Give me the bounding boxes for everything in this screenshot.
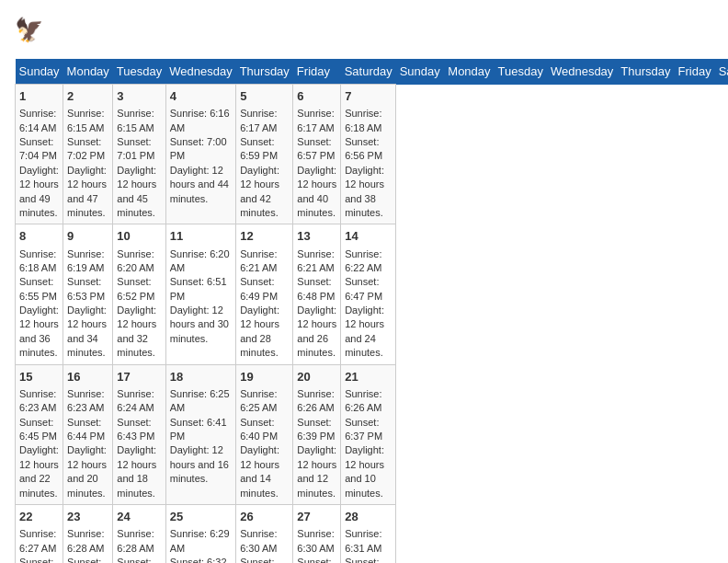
calendar-cell: 19Sunrise: 6:25 AMSunset: 6:40 PMDayligh… — [236, 364, 293, 504]
sunset-time: Sunset: 7:01 PM — [117, 136, 154, 161]
sunset-time: Sunset: 7:00 PM — [170, 136, 227, 161]
calendar-week-1: 1Sunrise: 6:14 AMSunset: 7:04 PMDaylight… — [16, 85, 729, 224]
sunrise-time: Sunrise: 6:24 AM — [117, 388, 154, 413]
day-number: 24 — [117, 509, 161, 525]
calendar-week-4: 22Sunrise: 6:27 AMSunset: 6:36 PMDayligh… — [16, 504, 729, 563]
daylight-hours: Daylight: 12 hours and 20 minutes. — [67, 444, 107, 498]
logo-icon: 🦅 — [15, 15, 48, 48]
day-number: 8 — [19, 228, 59, 245]
calendar-cell: 26Sunrise: 6:30 AMSunset: 6:31 PMDayligh… — [236, 504, 293, 563]
sunrise-time: Sunrise: 6:28 AM — [67, 528, 104, 553]
sunrise-time: Sunrise: 6:17 AM — [297, 108, 334, 132]
calendar-cell: 24Sunrise: 6:28 AMSunset: 6:33 PMDayligh… — [113, 504, 165, 563]
sunset-time: Sunset: 6:40 PM — [240, 417, 278, 442]
sunrise-time: Sunrise: 6:26 AM — [297, 388, 334, 413]
calendar-cell: 11Sunrise: 6:20 AMSunset: 6:51 PMDayligh… — [165, 224, 235, 364]
sunrise-time: Sunrise: 6:31 AM — [345, 528, 381, 553]
day-number: 12 — [240, 228, 289, 245]
calendar-cell: 21Sunrise: 6:26 AMSunset: 6:37 PMDayligh… — [341, 364, 396, 504]
day-number: 11 — [170, 228, 232, 245]
sunrise-time: Sunrise: 6:16 AM — [170, 108, 230, 132]
daylight-hours: Daylight: 12 hours and 47 minutes. — [67, 165, 107, 218]
calendar-week-2: 8Sunrise: 6:18 AMSunset: 6:55 PMDaylight… — [16, 224, 729, 364]
sunrise-time: Sunrise: 6:29 AM — [170, 528, 230, 553]
calendar-header-row: SundayMondayTuesdayWednesdayThursdayFrid… — [16, 59, 729, 85]
day-number: 4 — [170, 88, 232, 105]
daylight-hours: Daylight: 12 hours and 28 minutes. — [240, 304, 279, 358]
sunrise-time: Sunrise: 6:28 AM — [117, 528, 154, 553]
day-header-saturday: Saturday — [715, 59, 728, 85]
calendar-cell: 12Sunrise: 6:21 AMSunset: 6:49 PMDayligh… — [236, 224, 293, 364]
sunrise-time: Sunrise: 6:20 AM — [117, 248, 154, 273]
day-number: 13 — [297, 228, 336, 245]
sunset-time: Sunset: 6:57 PM — [297, 136, 335, 161]
day-number: 5 — [240, 88, 289, 105]
calendar-cell: 27Sunrise: 6:30 AMSunset: 6:29 PMDayligh… — [293, 504, 341, 563]
daylight-hours: Daylight: 12 hours and 16 minutes. — [170, 444, 229, 484]
sunrise-time: Sunrise: 6:23 AM — [19, 388, 56, 413]
sunrise-time: Sunrise: 6:18 AM — [19, 248, 56, 273]
sunrise-time: Sunrise: 6:27 AM — [19, 528, 56, 553]
sunset-time: Sunset: 6:43 PM — [117, 417, 154, 442]
sunset-time: Sunset: 6:32 PM — [170, 557, 227, 563]
calendar-cell: 8Sunrise: 6:18 AMSunset: 6:55 PMDaylight… — [16, 224, 63, 364]
day-number: 25 — [170, 509, 232, 525]
sunset-time: Sunset: 7:04 PM — [19, 136, 57, 161]
day-header-saturday: Saturday — [341, 59, 396, 85]
sunset-time: Sunset: 7:02 PM — [67, 136, 105, 161]
calendar-cell: 10Sunrise: 6:20 AMSunset: 6:52 PMDayligh… — [113, 224, 165, 364]
day-number: 27 — [297, 509, 336, 525]
day-header-tuesday: Tuesday — [495, 59, 547, 85]
day-header-friday: Friday — [293, 59, 341, 85]
day-number: 1 — [19, 88, 59, 105]
sunrise-time: Sunrise: 6:20 AM — [170, 248, 230, 273]
daylight-hours: Daylight: 12 hours and 14 minutes. — [240, 444, 279, 498]
daylight-hours: Daylight: 12 hours and 44 minutes. — [170, 165, 229, 204]
sunrise-time: Sunrise: 6:23 AM — [67, 388, 104, 413]
sunrise-time: Sunrise: 6:21 AM — [297, 248, 334, 273]
calendar-cell: 23Sunrise: 6:28 AMSunset: 6:35 PMDayligh… — [63, 504, 113, 563]
day-header-sunday: Sunday — [396, 59, 445, 85]
daylight-hours: Daylight: 12 hours and 40 minutes. — [297, 165, 336, 218]
day-header-sunday: Sunday — [16, 59, 63, 85]
daylight-hours: Daylight: 12 hours and 18 minutes. — [117, 444, 156, 498]
calendar-cell: 6Sunrise: 6:17 AMSunset: 6:57 PMDaylight… — [293, 85, 341, 224]
day-number: 14 — [345, 228, 392, 245]
sunset-time: Sunset: 6:51 PM — [170, 276, 227, 301]
sunset-time: Sunset: 6:31 PM — [240, 557, 278, 563]
calendar-cell: 4Sunrise: 6:16 AMSunset: 7:00 PMDaylight… — [165, 85, 235, 224]
day-header-monday: Monday — [63, 59, 113, 85]
sunset-time: Sunset: 6:37 PM — [345, 417, 382, 442]
daylight-hours: Daylight: 12 hours and 24 minutes. — [345, 304, 384, 358]
day-header-wednesday: Wednesday — [165, 59, 235, 85]
calendar-table: SundayMondayTuesdayWednesdayThursdayFrid… — [15, 59, 728, 563]
sunrise-time: Sunrise: 6:21 AM — [240, 248, 277, 273]
sunrise-time: Sunrise: 6:26 AM — [345, 388, 381, 413]
calendar-cell: 2Sunrise: 6:15 AMSunset: 7:02 PMDaylight… — [63, 85, 113, 224]
sunrise-time: Sunrise: 6:19 AM — [67, 248, 104, 273]
day-number: 3 — [117, 88, 161, 105]
day-number: 15 — [19, 369, 59, 385]
sunset-time: Sunset: 6:39 PM — [297, 417, 335, 442]
day-number: 19 — [240, 369, 289, 385]
sunset-time: Sunset: 6:48 PM — [297, 276, 335, 301]
calendar-cell: 9Sunrise: 6:19 AMSunset: 6:53 PMDaylight… — [63, 224, 113, 364]
calendar-cell: 22Sunrise: 6:27 AMSunset: 6:36 PMDayligh… — [16, 504, 63, 563]
sunset-time: Sunset: 6:35 PM — [67, 557, 105, 563]
daylight-hours: Daylight: 12 hours and 26 minutes. — [297, 304, 336, 358]
sunset-time: Sunset: 6:47 PM — [345, 276, 382, 301]
daylight-hours: Daylight: 12 hours and 32 minutes. — [117, 304, 156, 358]
sunset-time: Sunset: 6:28 PM — [345, 557, 382, 563]
day-number: 18 — [170, 369, 232, 385]
calendar-cell: 16Sunrise: 6:23 AMSunset: 6:44 PMDayligh… — [63, 364, 113, 504]
sunrise-time: Sunrise: 6:15 AM — [117, 108, 154, 132]
day-number: 16 — [67, 369, 108, 385]
day-header-wednesday: Wednesday — [547, 59, 617, 85]
sunrise-time: Sunrise: 6:17 AM — [240, 108, 277, 132]
day-number: 28 — [345, 509, 392, 525]
sunrise-time: Sunrise: 6:22 AM — [345, 248, 381, 273]
page-header: 🦅 — [15, 15, 713, 48]
day-number: 9 — [67, 228, 108, 245]
day-header-friday: Friday — [675, 59, 715, 85]
day-number: 20 — [297, 369, 336, 385]
